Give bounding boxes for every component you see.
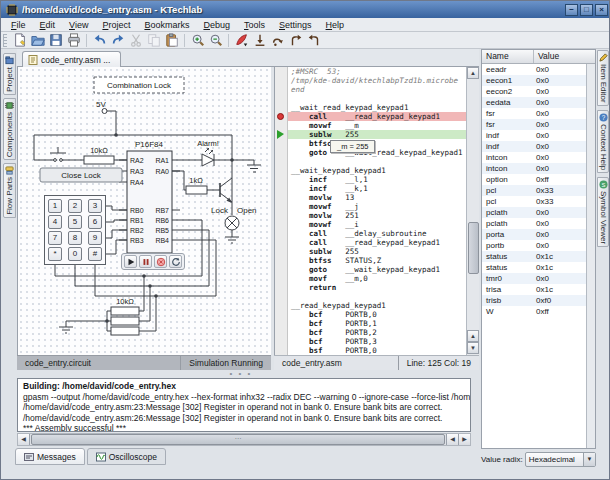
register-row[interactable]: eeadr0x0 [482,64,587,75]
zoom-out-icon[interactable] [207,33,224,48]
keypad-key-8[interactable]: 8 [68,231,82,245]
register-table-scrollbar[interactable] [586,64,595,448]
sim-pause-button[interactable] [139,255,152,268]
build-output[interactable]: Building: /home/david/code_entry.hex gpa… [17,378,471,432]
open-file-icon[interactable] [29,33,46,48]
radix-select[interactable]: Hexadecimal ▼ [525,452,596,467]
register-row[interactable]: porta0x0 [482,229,587,240]
chevron-down-icon[interactable]: ▼ [583,453,595,466]
column-name[interactable]: Name [482,50,534,63]
minimize-button[interactable]: − [565,4,578,16]
asm-editor[interactable]: ;#MSRC 53;/tmp/kde-david/ktechlabpTzd1b.… [274,67,479,355]
title-bar[interactable]: /home/david/code_entry.asm - KTechlab − … [1,1,610,18]
menu-debug[interactable]: Debug [196,19,237,31]
register-row[interactable]: pclath0x0 [482,207,587,218]
scroll-left-button[interactable]: ◀ [18,434,30,445]
register-row[interactable]: option0xff [482,174,587,185]
register-row[interactable]: W0xff [482,306,587,317]
code-line[interactable] [275,157,467,166]
tab-oscilloscope[interactable]: Oscilloscope [87,448,166,465]
code-line[interactable]: goto __wait_keypad_keypad1 [275,265,467,274]
dock-tab-symbol-viewer[interactable]: SSymbol Viewer [597,177,609,247]
register-row[interactable]: pcl0x33 [482,185,587,196]
code-line[interactable]: bcf PORTB,2 [275,328,467,337]
sidebar-tab-project[interactable]: Project [3,53,16,95]
menu-bookmarks[interactable]: Bookmarks [137,19,196,31]
output-hscrollbar[interactable]: ◀ ⋯ ◀ ▶ [17,433,471,446]
transistor[interactable] [220,178,232,203]
code-line[interactable]: btfss STATUS,Z [275,256,467,265]
menu-view[interactable]: View [62,19,95,31]
code-line[interactable]: call __read_keypad_keypad1 [275,238,467,247]
code-line[interactable] [275,292,467,301]
debug-step-over-icon[interactable] [269,33,286,48]
code-line[interactable]: bcf PORTB,1 [275,319,467,328]
code-line[interactable] [275,94,467,103]
menu-file[interactable]: File [4,19,33,31]
led-alarm[interactable] [202,148,214,166]
register-row[interactable]: indf0x0 [482,130,587,141]
redo-icon[interactable] [109,33,126,48]
scroll-down-button[interactable]: ▼ [467,342,479,354]
code-line[interactable]: movf __m,0 [275,274,467,283]
debug-step-out-icon[interactable] [287,33,304,48]
keypad-key-4[interactable]: 4 [48,215,62,229]
circuit-view[interactable]: Combination Lock 5V Close Lock 10kΩ P16F… [17,67,271,355]
debug-step-icon[interactable] [251,33,268,48]
register-row[interactable]: intcon0x0 [482,152,587,163]
keypad-key-2[interactable]: 2 [68,199,82,213]
code-line[interactable]: sublw 255 [275,130,467,139]
register-row[interactable]: indf0x0 [482,141,587,152]
menu-project[interactable]: Project [95,19,137,31]
keypad-key-5[interactable]: 5 [68,215,82,229]
keypad-component[interactable]: 123456789*0# [44,195,106,265]
resistor-r1[interactable] [84,156,114,164]
register-row[interactable]: portb0x0 [482,240,587,251]
code-line[interactable]: call __read_keypad_keypad1 [275,112,467,121]
print-icon[interactable] [65,33,82,48]
register-row[interactable]: eedata0x0 [482,97,587,108]
code-line[interactable]: movwf __m [275,121,467,130]
code-line[interactable]: bcf PORTB,3 [275,337,467,346]
keypad-key-9[interactable]: 9 [88,231,102,245]
debug-run-icon[interactable] [233,33,250,48]
dock-tab-context-help[interactable]: ?Context Help [597,110,609,173]
sidebar-tab-components[interactable]: Components [3,98,16,160]
code-line[interactable]: sublw 255 [275,247,467,256]
code-line[interactable]: incf __l,1 [275,175,467,184]
zoom-in-icon[interactable] [189,33,206,48]
code-line[interactable]: end [275,85,467,94]
copy-icon[interactable] [145,33,162,48]
new-file-icon[interactable] [11,33,28,48]
code-line[interactable]: ;#MSRC 53; [275,67,467,76]
code-line[interactable]: movlw 251 [275,211,467,220]
column-value[interactable]: Value [534,50,595,63]
code-line[interactable]: call __delay_subroutine [275,229,467,238]
dock-tab-item-editor[interactable]: Item Editor [597,50,609,106]
menu-tools[interactable]: Tools [237,19,272,31]
register-row[interactable]: status0x1c [482,251,587,262]
register-row[interactable]: eecon20x0 [482,86,587,97]
resistor-r2[interactable] [186,186,207,194]
register-row[interactable]: trisb0xf0 [482,295,587,306]
register-row[interactable]: pcl0x33 [482,196,587,207]
keypad-key-star[interactable]: * [48,247,62,261]
cut-icon[interactable] [127,33,144,48]
register-row[interactable]: intcon0x0 [482,163,587,174]
register-row[interactable]: status0x1c [482,262,587,273]
sim-stop-button[interactable] [154,255,167,268]
close-button[interactable]: × [595,4,608,16]
hscroll-thumb[interactable]: ⋯ [31,434,445,445]
scroll-up-button[interactable]: ▲ [467,67,479,79]
paste-icon[interactable] [163,33,180,48]
code-line[interactable]: __read_keypad_keypad1 [275,301,467,310]
code-line[interactable]: bsf PORTB,0 [275,346,467,355]
code-line[interactable]: incf __k,1 [275,184,467,193]
code-line[interactable]: /tmp/kde-david/ktechlabpTzd1b.microbe [275,76,467,85]
register-row[interactable]: tmr00x0 [482,273,587,284]
register-table-header[interactable]: Name Value [482,50,595,64]
code-line[interactable]: movlw 13 [275,193,467,202]
code-line[interactable]: movwf __i [275,220,467,229]
keypad-key-3[interactable]: 3 [88,199,102,213]
maximize-button[interactable]: □ [580,4,593,16]
